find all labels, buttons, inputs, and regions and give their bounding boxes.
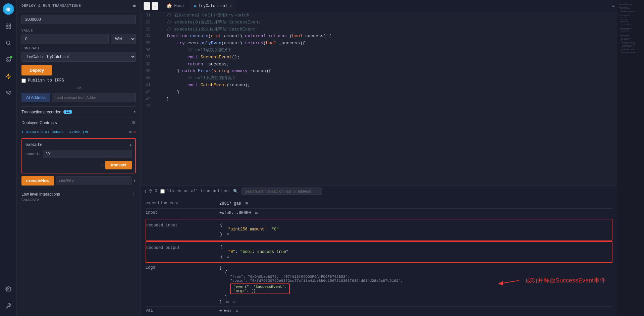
transactions-recorded-section[interactable]: Transactions recorded 11 ▾ bbox=[21, 106, 136, 117]
decoded-output-content: "0": "bool: success true" bbox=[220, 250, 612, 254]
settings-icon[interactable] bbox=[3, 284, 14, 295]
line-number: 33 bbox=[141, 26, 156, 33]
code-line-32: 32 // execute(0)会成功并释放`SuccessEvent` bbox=[141, 19, 617, 26]
search-icon[interactable] bbox=[3, 38, 14, 48]
minimap: // TryCatch.sol pragma solidity ^0.8.0; … bbox=[617, 0, 644, 316]
line-number: 38 bbox=[141, 61, 156, 68]
svg-rect-2 bbox=[6, 27, 8, 29]
code-editor[interactable]: 31 // 在external call中使用try-catch 32 // e… bbox=[141, 12, 617, 185]
line-number: 35 bbox=[141, 40, 156, 47]
editor-area: − + 🏠 Home ◈ TryCatch.sol ✕ ≡ 31 // 在ext… bbox=[141, 0, 617, 316]
val-row: val 0 wei ⊞ bbox=[146, 307, 612, 316]
copy-execute-icon[interactable]: ⊞ bbox=[101, 162, 103, 168]
transactions-badge: 11 bbox=[63, 110, 72, 114]
tx-count: 0 bbox=[155, 189, 157, 194]
code-line-43: 43 } bbox=[141, 96, 617, 103]
files-icon[interactable] bbox=[3, 21, 14, 32]
code-line-33: 33 // execute(1)会失败并释放`CatchEvent` bbox=[141, 26, 617, 33]
zoom-out-button[interactable]: − bbox=[144, 2, 150, 10]
execute-chevron-up[interactable]: ▴ bbox=[129, 142, 132, 147]
tab-bar-more[interactable]: ≡ bbox=[612, 4, 614, 8]
code-line-36: 36 // call成功的情况下 bbox=[141, 47, 617, 54]
execution-cost-row: execution cost 28817 gas ⊞ bbox=[146, 199, 612, 209]
copy-decoded-output-icon[interactable]: ⊞ bbox=[227, 255, 229, 259]
deployed-contracts-section[interactable]: Deployed Contracts 🗑 bbox=[21, 117, 136, 128]
svg-rect-3 bbox=[9, 27, 10, 29]
zoom-in-button[interactable]: + bbox=[152, 2, 158, 10]
execute-new-button[interactable]: executeNew bbox=[21, 176, 54, 186]
tx-content: execution cost 28817 gas ⊞ input 0xfe0..… bbox=[141, 197, 617, 316]
publish-ipfs-checkbox[interactable] bbox=[21, 78, 26, 83]
trash-icon[interactable]: 🗑 bbox=[132, 120, 136, 125]
tx-search-input[interactable] bbox=[241, 188, 322, 195]
decoded-output-row: decoded output { "0": "bool: success tru… bbox=[146, 241, 612, 263]
svg-line-5 bbox=[9, 44, 10, 45]
listen-all-checkbox[interactable] bbox=[160, 189, 165, 194]
tab-bar: − + 🏠 Home ◈ TryCatch.sol ✕ ≡ bbox=[141, 0, 617, 12]
value-input[interactable] bbox=[21, 34, 109, 44]
annotation: 成功并释放SuccessEvent事件 bbox=[496, 274, 606, 287]
debug-icon[interactable] bbox=[3, 88, 14, 99]
wrench-icon[interactable] bbox=[3, 301, 14, 311]
value-unit-select[interactable]: WeiGweiFinneyEther bbox=[111, 34, 136, 44]
execution-cost-label: execution cost bbox=[146, 201, 219, 206]
execute-new-param-input[interactable] bbox=[56, 176, 131, 185]
copy-input-icon[interactable]: ⊞ bbox=[255, 211, 258, 215]
transaction-panel: ❮ ⏱ 0 listen on all transactions 🔍 execu… bbox=[141, 185, 617, 316]
low-level-menu-icon[interactable]: ⋮ bbox=[132, 192, 136, 197]
copy-logs-icon-1[interactable]: ⊞ bbox=[226, 300, 228, 305]
log-args-value: "args": [] bbox=[233, 289, 256, 293]
input-label: input bbox=[146, 210, 219, 215]
history-icon[interactable]: ⏱ bbox=[149, 189, 153, 194]
transact-button[interactable]: transact bbox=[105, 161, 132, 169]
deployed-contract-row: ▾ TRYCATCH AT 0XDA0...42B53 (ME ⊞ ✕ bbox=[21, 128, 136, 136]
contract-select[interactable]: TryCatch - TryCatch.sol bbox=[21, 52, 136, 62]
decoded-output-label: decoded output bbox=[146, 244, 220, 252]
deploy-panel: DEPLOY & RUN TRANSACTIONS ☰ VALUE WeiGwe… bbox=[17, 0, 141, 316]
gas-limit-input[interactable] bbox=[21, 15, 136, 24]
svg-point-7 bbox=[7, 59, 9, 61]
plugin-icon[interactable] bbox=[3, 54, 14, 65]
copy-val-icon[interactable]: ⊞ bbox=[236, 309, 238, 313]
line-number: 43 bbox=[141, 96, 156, 103]
transactions-recorded-label: Transactions recorded bbox=[21, 110, 61, 114]
line-number: 44 bbox=[141, 103, 156, 110]
execute-new-chevron-icon[interactable]: ▾ bbox=[133, 178, 136, 183]
load-contract-input[interactable] bbox=[52, 93, 136, 102]
svg-point-6 bbox=[6, 57, 11, 62]
deploy-icon[interactable] bbox=[3, 71, 14, 82]
expand-tx-icon[interactable]: ❮ bbox=[144, 189, 147, 194]
logs-label: logs bbox=[146, 265, 219, 270]
at-address-button[interactable]: At Address bbox=[21, 93, 50, 102]
copy-logs-icon-2[interactable]: ⊡ bbox=[233, 300, 235, 305]
log-event-box: "event": 'SuccessEvent', "args": [] bbox=[230, 283, 290, 294]
tab-home[interactable]: 🏠 Home bbox=[162, 0, 188, 12]
publish-ipfs-label: Publish to IPFS bbox=[28, 78, 64, 83]
chevron-right-icon[interactable]: ▾ bbox=[21, 130, 24, 134]
svg-point-4 bbox=[6, 41, 10, 45]
copy-decoded-input-icon[interactable]: ⊞ bbox=[227, 232, 229, 237]
code-line-31: 31 // 在external call中使用try-catch bbox=[141, 12, 617, 19]
line-number: 31 bbox=[141, 12, 156, 19]
close-contract-icon[interactable]: ✕ bbox=[133, 130, 136, 134]
tab-home-label: Home bbox=[174, 4, 184, 8]
amount-label: amount: bbox=[25, 152, 41, 156]
decoded-input-open: { bbox=[220, 222, 612, 227]
deploy-button[interactable]: Deploy bbox=[21, 65, 52, 75]
logs-section: logs [ { "from": "0xDA0bab8076...f07f013… bbox=[146, 264, 612, 307]
copy-gas-icon[interactable]: ⊞ bbox=[246, 201, 248, 206]
panel-menu-icon[interactable]: ☰ bbox=[132, 3, 136, 8]
line-number: 34 bbox=[141, 33, 156, 40]
line-number: 36 bbox=[141, 47, 156, 54]
copy-contract-icon[interactable]: ⊞ bbox=[129, 130, 132, 134]
annotation-text: 成功并释放SuccessEvent事件 bbox=[525, 276, 606, 284]
val-label: val bbox=[146, 308, 219, 313]
annotation-arrow-svg bbox=[496, 274, 523, 287]
tab-close-icon[interactable]: ✕ bbox=[229, 4, 232, 8]
code-line-42: 42 } bbox=[141, 89, 617, 96]
amount-input[interactable] bbox=[43, 150, 132, 158]
execution-cost-value: 28817 gas ⊞ bbox=[219, 201, 612, 206]
listen-all-label: listen on all transactions bbox=[167, 189, 229, 194]
line-number: 39 bbox=[141, 68, 156, 75]
tab-trycatch[interactable]: ◈ TryCatch.sol ✕ bbox=[190, 0, 236, 12]
